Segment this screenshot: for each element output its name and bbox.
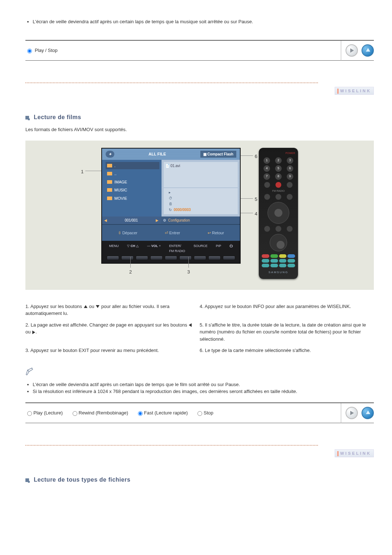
remote-btn[interactable] xyxy=(275,182,281,188)
note-text: L'écran de veille deviendra actif après … xyxy=(33,381,374,388)
key-6[interactable]: 6 xyxy=(287,165,293,172)
gear-icon: ⚙ xyxy=(163,218,166,222)
green-btn[interactable] xyxy=(270,254,278,258)
section-divider xyxy=(25,445,318,446)
hw-button[interactable] xyxy=(107,256,119,260)
btn[interactable] xyxy=(279,259,287,263)
hw-button[interactable] xyxy=(136,256,148,260)
brand-label: SAMSUNG xyxy=(262,270,295,275)
jog-wheel[interactable] xyxy=(270,234,287,251)
next-icon[interactable] xyxy=(346,407,358,419)
remote-btn[interactable] xyxy=(275,226,281,232)
btn[interactable] xyxy=(262,264,269,267)
key-2[interactable]: 2 xyxy=(275,157,282,164)
btn[interactable] xyxy=(287,259,295,263)
hw-button[interactable] xyxy=(223,256,235,260)
remote-btn[interactable] xyxy=(287,194,293,200)
remote-btn[interactable] xyxy=(287,182,293,188)
move-icon: ⇳ xyxy=(118,231,121,235)
key-5[interactable]: 5 xyxy=(275,165,282,172)
menu-label: MENU xyxy=(109,244,119,254)
list-item[interactable]: MUSIC xyxy=(106,186,159,194)
page-indicator: 001/001 xyxy=(125,218,138,223)
callout-6: 6 xyxy=(255,153,257,160)
wiselink-logo-icon: ✦ xyxy=(106,151,114,158)
key-7[interactable]: 7 xyxy=(264,173,270,180)
play-stop-option[interactable]: Play / Stop xyxy=(25,48,58,53)
hw-button[interactable] xyxy=(121,256,134,260)
hint-move: Dépacer xyxy=(122,231,138,235)
tv-topbar: ✦ ALL FILE ▦ Compact Flash xyxy=(102,149,240,160)
list-item[interactable]: MOVIE xyxy=(106,195,159,202)
play-label: Play (Lecture) xyxy=(33,410,63,416)
hw-button[interactable] xyxy=(179,256,192,260)
key-9[interactable]: 9 xyxy=(287,173,293,180)
btn[interactable] xyxy=(270,259,278,263)
music-screensaver-note: L'écran de veille deviendra actif après … xyxy=(25,18,374,25)
fast-radio[interactable] xyxy=(138,411,143,416)
compact-flash-label: Compact Flash xyxy=(207,152,233,156)
callout-3-line xyxy=(188,257,189,268)
next-icon[interactable] xyxy=(346,44,358,57)
pip-label: PIP xyxy=(216,244,221,254)
red-btn[interactable] xyxy=(262,254,269,258)
wiselink-label: WISELINK xyxy=(340,89,371,93)
folder-icon xyxy=(107,172,112,175)
hint-return: Retour xyxy=(212,231,224,235)
wiselink-label: WISELINK xyxy=(340,451,371,455)
key-1[interactable]: 1 xyxy=(264,157,270,164)
play-option[interactable]: Play (Lecture) xyxy=(25,410,63,416)
enter-icon: ⏎ xyxy=(165,231,168,235)
allfiles-heading: Lecture de tous types de fichiers xyxy=(25,475,374,484)
remote-control: POWER 1 2 3 4 5 6 7 8 9 FM RADIO xyxy=(259,148,298,279)
play-stop-radio[interactable] xyxy=(27,49,32,53)
key-8[interactable]: 8 xyxy=(275,173,282,180)
hw-button[interactable] xyxy=(194,256,206,260)
list-item[interactable]: . xyxy=(106,162,159,170)
play-radio[interactable] xyxy=(27,411,32,416)
heading-bullet-icon xyxy=(25,116,29,119)
config-label: Configuration xyxy=(168,218,190,222)
stop-radio[interactable] xyxy=(197,411,202,416)
remote-btn[interactable] xyxy=(264,226,270,232)
top-icon[interactable] xyxy=(362,407,374,419)
btn[interactable] xyxy=(279,264,287,267)
remote-btn[interactable] xyxy=(275,194,281,200)
note-text: Si la résolution est inférieure à 1024 x… xyxy=(33,388,374,395)
key-4[interactable]: 4 xyxy=(264,165,270,172)
key-3[interactable]: 3 xyxy=(287,157,293,164)
remote-btn[interactable] xyxy=(264,194,270,200)
hw-button[interactable] xyxy=(150,256,163,260)
remote-btn[interactable] xyxy=(264,182,270,188)
film-notes: L'écran de veille deviendra actif après … xyxy=(25,381,374,395)
yellow-btn[interactable] xyxy=(279,254,287,258)
wiselink-badge: WISELINK xyxy=(25,449,374,458)
blue-btn[interactable] xyxy=(287,254,295,258)
btn[interactable] xyxy=(262,259,269,263)
allfiles-title: Lecture de tous types de fichiers xyxy=(34,477,130,483)
instr-1: 1. Appuyez sur les boutons ou pour aller… xyxy=(25,301,200,319)
section-divider xyxy=(25,82,318,83)
rewind-radio[interactable] xyxy=(73,411,77,416)
number-keys: 1 2 3 4 5 6 7 8 9 xyxy=(262,157,295,180)
remote-btn[interactable] xyxy=(287,226,293,232)
btn[interactable] xyxy=(270,264,278,267)
instr-6: 6. Le type de la carte mémoire sélection… xyxy=(200,345,374,356)
compact-flash-badge: ▦ Compact Flash xyxy=(200,151,236,158)
top-icon[interactable] xyxy=(362,44,374,57)
rewind-option[interactable]: Rewind (Rembobinage) xyxy=(71,410,128,416)
stop-option[interactable]: Stop xyxy=(196,410,213,416)
list-item[interactable]: .. xyxy=(106,170,159,178)
tv-device: ✦ ALL FILE ▦ Compact Flash . .. IMAGE MU… xyxy=(101,148,241,264)
hw-button[interactable] xyxy=(208,256,221,260)
note-text: L'écran de veille deviendra actif après … xyxy=(33,18,374,25)
fast-option[interactable]: Fast (Lecture rapide) xyxy=(136,410,188,416)
folder-icon xyxy=(107,164,112,167)
paging-bar: ◀001/001▶ ⚙Configuration xyxy=(102,216,240,224)
hw-button[interactable] xyxy=(165,256,177,260)
list-item[interactable]: IMAGE xyxy=(106,178,159,186)
btn[interactable] xyxy=(287,264,295,267)
file-counter: 0000/0003 xyxy=(173,208,191,212)
dpad[interactable] xyxy=(268,202,289,224)
films-figure: 1 6 5 4 ✦ ALL FILE ▦ Compact Flash . xyxy=(25,141,374,290)
